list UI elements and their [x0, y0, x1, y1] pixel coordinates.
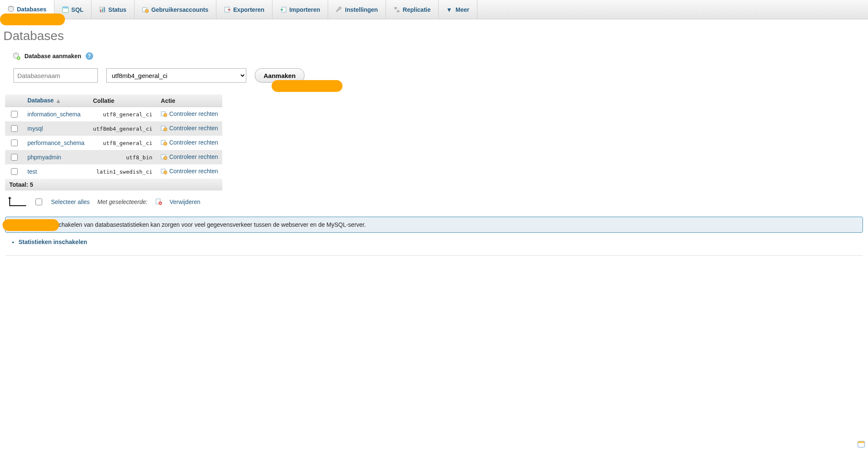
tab-databases[interactable]: Databases: [0, 0, 54, 19]
select-all-link[interactable]: Selecteer alles: [51, 199, 90, 205]
database-link[interactable]: information_schema: [27, 111, 81, 118]
svg-rect-28: [14, 223, 15, 226]
svg-rect-29: [14, 226, 15, 227]
users-icon: [142, 6, 149, 13]
row-checkbox[interactable]: [11, 111, 18, 118]
create-database-heading: Database aanmaken ?: [13, 52, 865, 60]
status-icon: [99, 6, 106, 13]
create-database-label: Database aanmaken: [24, 53, 81, 59]
row-collation: latin1_swedish_ci: [89, 164, 156, 179]
row-collation: utf8mb4_general_ci: [89, 121, 156, 136]
warning-icon: [11, 221, 18, 228]
svg-point-12: [397, 11, 399, 12]
tab-users[interactable]: Gebruikersaccounts: [135, 0, 216, 19]
export-icon: [224, 6, 231, 13]
collation-select[interactable]: utf8mb4_general_ci: [106, 68, 246, 83]
tab-replication[interactable]: Replicatie: [386, 0, 439, 19]
privileges-icon: [161, 168, 167, 176]
database-table: Database ▲ Collatie Actie information_sc…: [5, 94, 222, 191]
select-arrow-icon: [9, 198, 26, 206]
tab-sql[interactable]: SQL: [54, 0, 92, 19]
delete-link[interactable]: Verwijderen: [170, 199, 200, 205]
table-row: testlatin1_swedish_ci Controleer rechten: [5, 164, 222, 179]
replication-icon: [394, 6, 400, 13]
privileges-icon: [161, 139, 167, 147]
tab-import[interactable]: Importeren: [272, 0, 328, 19]
with-selected-label: Met geselecteerde:: [97, 199, 148, 205]
row-checkbox[interactable]: [11, 140, 18, 146]
svg-point-20: [164, 142, 167, 145]
tab-more[interactable]: ▼ Meer: [439, 0, 477, 19]
col-database[interactable]: Database ▲: [23, 94, 89, 107]
sql-icon: [62, 6, 69, 13]
col-collation: Collatie: [89, 94, 156, 107]
database-link[interactable]: mysql: [27, 125, 43, 132]
col-action: Actie: [156, 94, 222, 107]
page-title: Databases: [3, 29, 865, 43]
row-checkbox[interactable]: [11, 125, 18, 132]
database-icon: [8, 6, 14, 13]
wrench-icon: [336, 6, 342, 13]
select-all-checkbox[interactable]: [35, 199, 42, 205]
database-name-input[interactable]: [13, 68, 98, 83]
check-privileges-link[interactable]: Controleer rechten: [169, 168, 218, 174]
row-collation: utf8_general_ci: [89, 107, 156, 122]
privileges-icon: [161, 125, 167, 133]
check-privileges-link[interactable]: Controleer rechten: [169, 153, 218, 160]
privileges-icon: [161, 153, 167, 161]
svg-point-22: [164, 156, 167, 160]
svg-rect-2: [62, 7, 68, 8]
notice-box: Let op: het inschakelen van databasestat…: [5, 217, 863, 233]
svg-rect-6: [104, 8, 105, 12]
tab-label: Gebruikersaccounts: [151, 6, 208, 13]
svg-point-16: [164, 113, 167, 117]
privileges-icon: [161, 110, 167, 118]
database-link[interactable]: phpmyadmin: [27, 154, 61, 161]
enable-stats-link[interactable]: Statistieken inschakelen: [19, 239, 87, 245]
create-button[interactable]: Aanmaken: [255, 68, 305, 83]
tab-label: Status: [108, 6, 127, 13]
svg-rect-27: [159, 203, 161, 204]
check-privileges-link[interactable]: Controleer rechten: [169, 139, 218, 146]
table-row: information_schemautf8_general_ci Contro…: [5, 107, 222, 122]
database-link[interactable]: test: [27, 168, 37, 175]
tab-export[interactable]: Exporteren: [216, 0, 272, 19]
svg-point-11: [394, 7, 397, 8]
tab-label: Replicatie: [403, 6, 431, 13]
svg-point-18: [164, 128, 167, 131]
help-icon[interactable]: ?: [86, 52, 93, 60]
tab-settings[interactable]: Instellingen: [328, 0, 386, 19]
table-row: performance_schemautf8_general_ci Contro…: [5, 136, 222, 150]
tab-label: Exporteren: [233, 6, 264, 13]
total-row: Totaal: 5: [5, 179, 222, 191]
row-collation: utf8_general_ci: [89, 136, 156, 150]
check-privileges-link[interactable]: Controleer rechten: [169, 110, 218, 117]
delete-icon: [155, 198, 162, 206]
tab-label: Importeren: [289, 6, 320, 13]
tab-label: Instellingen: [345, 6, 378, 13]
svg-point-8: [145, 9, 148, 13]
svg-rect-4: [100, 10, 101, 12]
notice-text: Let op: het inschakelen van databasestat…: [22, 221, 366, 228]
row-checkbox[interactable]: [11, 168, 18, 175]
triangle-down-icon: ▼: [446, 6, 453, 13]
tab-label: SQL: [71, 6, 84, 13]
database-link[interactable]: performance_schema: [27, 140, 84, 146]
tab-label: Meer: [456, 6, 469, 13]
sort-asc-icon: ▲: [55, 97, 61, 104]
tab-label: Databases: [17, 6, 46, 13]
table-row: phpmyadminutf8_bin Controleer rechten: [5, 150, 222, 164]
new-database-icon: [13, 52, 20, 60]
check-privileges-link[interactable]: Controleer rechten: [169, 125, 218, 132]
svg-point-24: [164, 171, 167, 174]
row-checkbox[interactable]: [11, 154, 18, 161]
row-collation: utf8_bin: [89, 150, 156, 164]
table-row: mysqlutf8mb4_general_ci Controleer recht…: [5, 121, 222, 136]
import-icon: [280, 6, 287, 13]
top-tab-bar: Databases SQL Status Gebruikersaccounts …: [0, 0, 868, 19]
tab-status[interactable]: Status: [92, 0, 135, 19]
svg-rect-5: [102, 8, 103, 12]
